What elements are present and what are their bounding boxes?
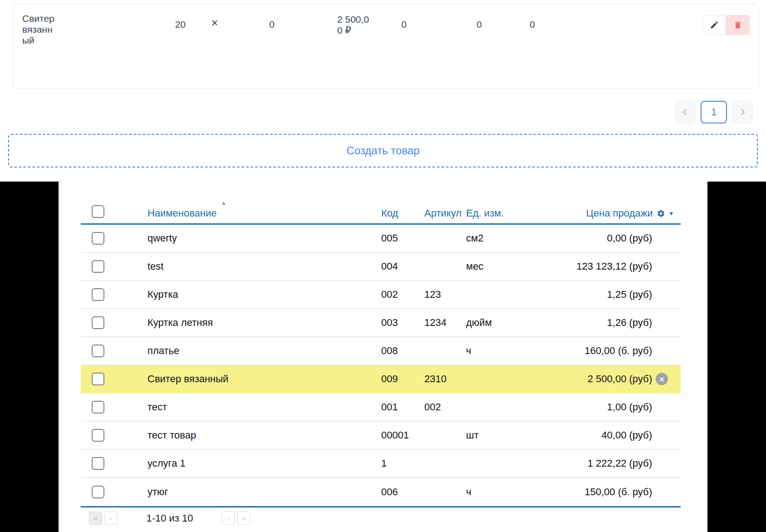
row-checkbox[interactable] <box>92 401 104 414</box>
name-cell: Куртка <box>147 289 178 300</box>
table-row[interactable]: тест товар00001шт40,00 (руб) <box>81 422 681 450</box>
column-header-price: Цена продажи ▾ <box>532 207 673 219</box>
name-cell: тест <box>147 401 167 413</box>
column-header-code[interactable]: Код <box>381 207 398 219</box>
clear-icon[interactable]: × <box>201 17 228 28</box>
code-cell: 005 <box>381 232 398 244</box>
item-available: 0 <box>258 19 285 30</box>
price-cell: 1,00 (руб) <box>512 401 652 413</box>
row-checkbox[interactable] <box>92 260 104 273</box>
trash-icon <box>733 20 742 30</box>
price-header-label[interactable]: Цена продажи <box>586 207 653 219</box>
double-chevron-right-icon: » <box>242 514 246 523</box>
row-checkbox[interactable] <box>92 429 104 442</box>
item-quantity: 20 <box>149 19 186 30</box>
price-cell: 1,25 (руб) <box>512 289 652 300</box>
unit-cell: мес <box>466 261 483 272</box>
column-header-unit[interactable]: Ед. изм. <box>466 207 504 219</box>
chevron-left-icon: ‹ <box>110 514 113 523</box>
table-row[interactable]: Свитер вязанный00923102 500,00 (руб)× <box>81 365 681 394</box>
table-row[interactable]: платье008ч160,00 (б. руб) <box>81 337 681 365</box>
column-header-name[interactable]: Наименование <box>147 207 217 219</box>
table-row[interactable]: Куртка0021231,25 (руб) <box>81 281 681 309</box>
sort-asc-icon[interactable]: ▲ <box>221 200 226 206</box>
price-cell: 1,26 (руб) <box>512 317 652 329</box>
code-cell: 006 <box>381 486 398 498</box>
code-cell: 004 <box>381 261 398 272</box>
unit-cell: см2 <box>466 232 483 244</box>
table-row[interactable]: qwerty005см20,00 (руб) <box>81 225 681 253</box>
unit-cell: ч <box>466 345 471 357</box>
items-pagination: ‹ 1 › <box>674 101 753 123</box>
current-page-button[interactable]: 1 <box>701 101 727 123</box>
item-price: 2 500,00 ₽ <box>337 14 373 36</box>
table-bottom-border <box>81 506 681 507</box>
chevron-left-icon: ‹ <box>683 103 687 118</box>
name-cell: услуга 1 <box>147 458 186 469</box>
overlay-backdrop: Наименование ▲ Код Артикул Ед. изм. Цена… <box>0 182 766 532</box>
code-cell: 008 <box>381 345 398 357</box>
row-checkbox[interactable] <box>92 288 104 301</box>
name-cell: Куртка летняя <box>147 317 213 329</box>
unit-cell: дюйм <box>466 317 492 329</box>
code-cell: 1 <box>381 458 387 469</box>
name-cell: тест товар <box>147 429 196 441</box>
edit-button[interactable] <box>702 15 726 35</box>
caret-down-icon[interactable]: ▾ <box>669 207 673 219</box>
name-cell: платье <box>147 345 179 357</box>
select-all-checkbox[interactable] <box>92 205 104 218</box>
current-page-number: 1 <box>711 106 717 118</box>
product-table-body: qwerty005см20,00 (руб)test004мес123 123,… <box>81 225 681 506</box>
double-chevron-left-icon: « <box>93 514 98 523</box>
price-cell: 160,00 (б. руб) <box>512 345 652 357</box>
code-cell: 002 <box>381 289 398 300</box>
pagination-range-label: 1-10 из 10 <box>142 512 197 524</box>
article-cell: 123 <box>424 289 441 300</box>
row-checkbox[interactable] <box>92 486 104 498</box>
item-name: Свитер вязанный <box>22 13 59 46</box>
price-cell: 150,00 (б. руб) <box>512 486 652 498</box>
table-header-row: Наименование ▲ Код Артикул Ед. изм. Цена… <box>81 182 681 225</box>
gear-icon[interactable] <box>657 209 665 218</box>
prev-page-button[interactable]: ‹ <box>104 512 118 525</box>
row-checkbox[interactable] <box>92 457 104 470</box>
name-cell: утюг <box>147 486 168 498</box>
table-row[interactable]: утюг006ч150,00 (б. руб) <box>81 478 681 506</box>
pencil-icon <box>710 20 719 30</box>
chevron-right-icon: › <box>227 514 230 523</box>
next-page-button[interactable]: › <box>222 512 235 525</box>
price-cell: 40,00 (руб) <box>512 429 652 441</box>
delete-button[interactable] <box>726 15 750 35</box>
last-page-button[interactable]: » <box>237 512 250 525</box>
deselect-icon[interactable]: × <box>656 373 668 385</box>
first-page-button[interactable]: « <box>89 512 102 525</box>
table-pagination: « ‹ 1-10 из 10 › » <box>89 512 250 525</box>
row-checkbox[interactable] <box>92 345 104 357</box>
table-row[interactable]: тест0010021,00 (руб) <box>81 394 681 422</box>
column-header-article[interactable]: Артикул <box>424 207 462 219</box>
code-cell: 00001 <box>381 429 409 441</box>
price-cell: 2 500,00 (руб) <box>512 373 652 385</box>
item-value-b: 0 <box>466 19 493 30</box>
table-row[interactable]: test004мес123 123,12 (руб) <box>81 253 681 281</box>
product-picker-panel: Наименование ▲ Код Артикул Ед. изм. Цена… <box>59 182 707 532</box>
table-row[interactable]: услуга 111 222,22 (руб) <box>81 450 681 478</box>
prev-page-button[interactable]: ‹ <box>674 101 695 123</box>
create-product-label: Создать товар <box>346 144 419 157</box>
chevron-right-icon: › <box>741 103 746 118</box>
code-cell: 003 <box>381 317 398 329</box>
item-actions <box>702 15 750 35</box>
article-cell: 1234 <box>424 317 447 329</box>
price-cell: 0,00 (руб) <box>512 232 652 244</box>
table-row[interactable]: Куртка летняя0031234дюйм1,26 (руб) <box>81 309 681 337</box>
row-checkbox[interactable] <box>92 373 104 385</box>
document-items-section: Свитер вязанный 20 × 0 2 500,00 ₽ 0 0 0 <box>0 0 766 182</box>
next-page-button[interactable]: › <box>732 101 753 123</box>
row-checkbox[interactable] <box>92 316 104 329</box>
row-checkbox[interactable] <box>92 232 104 245</box>
name-cell: Свитер вязанный <box>147 373 228 385</box>
create-product-button[interactable]: Создать товар <box>8 134 758 167</box>
code-cell: 001 <box>381 401 398 413</box>
item-card: Свитер вязанный 20 × 0 2 500,00 ₽ 0 0 0 <box>13 5 759 89</box>
unit-cell: ч <box>466 486 471 498</box>
